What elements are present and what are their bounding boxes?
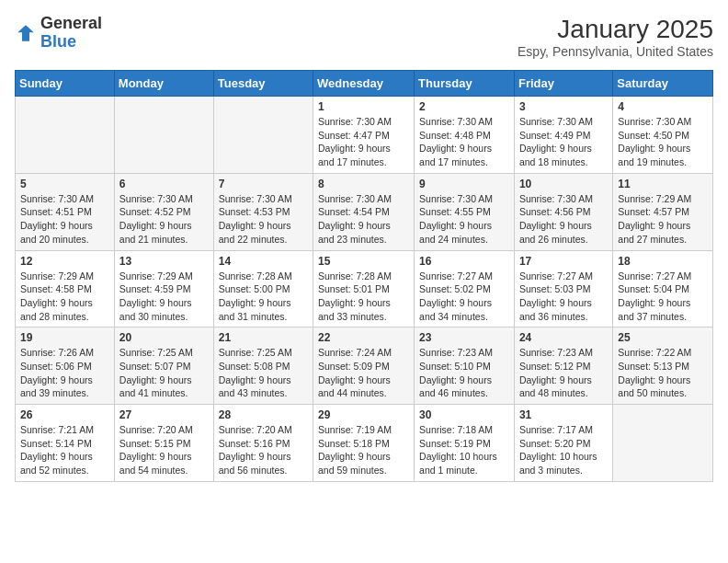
page-title: January 2025 — [518, 15, 713, 44]
calendar-cell: 28Sunrise: 7:20 AMSunset: 5:16 PMDayligh… — [213, 405, 313, 482]
calendar-week-row: 12Sunrise: 7:29 AMSunset: 4:58 PMDayligh… — [16, 250, 713, 327]
cell-content: Daylight: 9 hours — [519, 219, 608, 233]
cell-content: Daylight: 9 hours — [318, 219, 409, 233]
day-number: 7 — [219, 178, 308, 190]
cell-content: Sunset: 4:52 PM — [119, 205, 209, 219]
cell-content: and 1 minute. — [419, 464, 509, 477]
day-number: 8 — [318, 178, 409, 190]
header-cell-thursday: Thursday — [415, 71, 515, 97]
calendar-cell: 12Sunrise: 7:29 AMSunset: 4:58 PMDayligh… — [16, 250, 115, 327]
cell-content: Sunset: 4:53 PM — [219, 205, 308, 219]
cell-content: Daylight: 9 hours — [219, 219, 308, 233]
day-number: 28 — [219, 408, 308, 421]
cell-content: Daylight: 9 hours — [519, 296, 608, 310]
calendar-cell: 30Sunrise: 7:18 AMSunset: 5:19 PMDayligh… — [415, 405, 515, 482]
cell-content: Daylight: 9 hours — [618, 296, 708, 310]
cell-content: Sunrise: 7:30 AM — [119, 192, 209, 206]
cell-content: Sunrise: 7:30 AM — [219, 192, 308, 206]
day-number: 4 — [618, 100, 708, 113]
cell-content: Daylight: 9 hours — [20, 450, 109, 464]
cell-content: and 56 minutes. — [219, 464, 308, 477]
day-number: 21 — [219, 331, 308, 344]
cell-content: Daylight: 9 hours — [318, 450, 409, 464]
cell-content: Daylight: 10 hours — [419, 450, 509, 464]
cell-content: Daylight: 9 hours — [419, 373, 509, 387]
cell-content: Sunrise: 7:30 AM — [318, 115, 409, 129]
cell-content: and 37 minutes. — [618, 310, 708, 324]
calendar-cell: 19Sunrise: 7:26 AMSunset: 5:06 PMDayligh… — [16, 327, 115, 405]
cell-content: Sunset: 5:13 PM — [618, 360, 708, 373]
day-number: 13 — [119, 255, 209, 268]
day-number: 2 — [419, 100, 509, 113]
day-number: 6 — [119, 178, 209, 190]
cell-content: Daylight: 9 hours — [318, 296, 409, 310]
cell-content: Sunset: 5:15 PM — [119, 437, 209, 451]
calendar-cell: 15Sunrise: 7:28 AMSunset: 5:01 PMDayligh… — [313, 250, 415, 327]
cell-content: Sunrise: 7:28 AM — [219, 270, 308, 283]
cell-content: Sunset: 4:50 PM — [618, 129, 708, 143]
calendar-cell: 25Sunrise: 7:22 AMSunset: 5:13 PMDayligh… — [613, 327, 713, 405]
cell-content: Sunset: 4:56 PM — [519, 205, 608, 219]
header-cell-monday: Monday — [114, 71, 213, 97]
calendar-cell: 5Sunrise: 7:30 AMSunset: 4:51 PMDaylight… — [16, 173, 115, 250]
cell-content: Sunrise: 7:30 AM — [419, 192, 509, 206]
calendar-cell: 14Sunrise: 7:28 AMSunset: 5:00 PMDayligh… — [213, 250, 313, 327]
header-row: SundayMondayTuesdayWednesdayThursdayFrid… — [16, 71, 713, 97]
calendar-cell: 20Sunrise: 7:25 AMSunset: 5:07 PMDayligh… — [114, 327, 213, 405]
cell-content: Sunset: 5:16 PM — [219, 437, 308, 451]
calendar-cell: 29Sunrise: 7:19 AMSunset: 5:18 PMDayligh… — [313, 405, 415, 482]
cell-content: Sunrise: 7:26 AM — [20, 346, 109, 360]
cell-content: and 36 minutes. — [519, 310, 608, 324]
cell-content: and 20 minutes. — [20, 233, 109, 247]
cell-content: and 50 minutes. — [618, 386, 708, 400]
day-number: 15 — [318, 255, 409, 268]
cell-content: Daylight: 9 hours — [119, 296, 209, 310]
cell-content: Sunrise: 7:27 AM — [519, 270, 608, 283]
cell-content: Sunrise: 7:18 AM — [419, 423, 509, 437]
cell-content: Sunrise: 7:30 AM — [618, 115, 708, 129]
cell-content: Sunset: 5:03 PM — [519, 282, 608, 296]
cell-content: Sunset: 5:00 PM — [219, 282, 308, 296]
day-number: 20 — [119, 331, 209, 344]
header-cell-wednesday: Wednesday — [313, 71, 415, 97]
cell-content: and 17 minutes. — [318, 155, 409, 169]
calendar-cell: 23Sunrise: 7:23 AMSunset: 5:10 PMDayligh… — [415, 327, 515, 405]
cell-content: Daylight: 10 hours — [519, 450, 608, 464]
page-header: General Blue January 2025 Espy, Pennsylv… — [15, 15, 713, 59]
day-number: 29 — [318, 408, 409, 421]
day-number: 16 — [419, 255, 509, 268]
logo-text: General Blue — [40, 15, 102, 52]
day-number: 22 — [318, 331, 409, 344]
calendar-cell: 2Sunrise: 7:30 AMSunset: 4:48 PMDaylight… — [415, 97, 515, 174]
day-number: 5 — [20, 178, 109, 190]
day-number: 10 — [519, 178, 608, 190]
day-number: 14 — [219, 255, 308, 268]
cell-content: Sunrise: 7:28 AM — [318, 270, 409, 283]
day-number: 1 — [318, 100, 409, 113]
calendar-cell: 16Sunrise: 7:27 AMSunset: 5:02 PMDayligh… — [415, 250, 515, 327]
cell-content: and 46 minutes. — [419, 386, 509, 400]
cell-content: Daylight: 9 hours — [219, 373, 308, 387]
calendar-cell: 13Sunrise: 7:29 AMSunset: 4:59 PMDayligh… — [114, 250, 213, 327]
cell-content: and 39 minutes. — [20, 386, 109, 400]
cell-content: Sunrise: 7:21 AM — [20, 423, 109, 437]
cell-content: and 59 minutes. — [318, 464, 409, 477]
day-number: 11 — [618, 178, 708, 190]
day-number: 12 — [20, 255, 109, 268]
day-number: 26 — [20, 408, 109, 421]
logo: General Blue — [15, 15, 102, 52]
cell-content: Sunset: 5:01 PM — [318, 282, 409, 296]
cell-content: Sunset: 5:02 PM — [419, 282, 509, 296]
cell-content: Daylight: 9 hours — [318, 373, 409, 387]
cell-content: Sunset: 4:59 PM — [119, 282, 209, 296]
calendar-week-row: 1Sunrise: 7:30 AMSunset: 4:47 PMDaylight… — [16, 97, 713, 174]
calendar-cell: 10Sunrise: 7:30 AMSunset: 4:56 PMDayligh… — [514, 173, 612, 250]
cell-content: Sunrise: 7:25 AM — [119, 346, 209, 360]
cell-content: Sunset: 4:58 PM — [20, 282, 109, 296]
calendar-cell: 26Sunrise: 7:21 AMSunset: 5:14 PMDayligh… — [16, 405, 115, 482]
day-number: 23 — [419, 331, 509, 344]
calendar-table: SundayMondayTuesdayWednesdayThursdayFrid… — [15, 70, 713, 482]
cell-content: and 30 minutes. — [119, 310, 209, 324]
cell-content: Sunrise: 7:20 AM — [119, 423, 209, 437]
calendar-cell — [613, 405, 713, 482]
